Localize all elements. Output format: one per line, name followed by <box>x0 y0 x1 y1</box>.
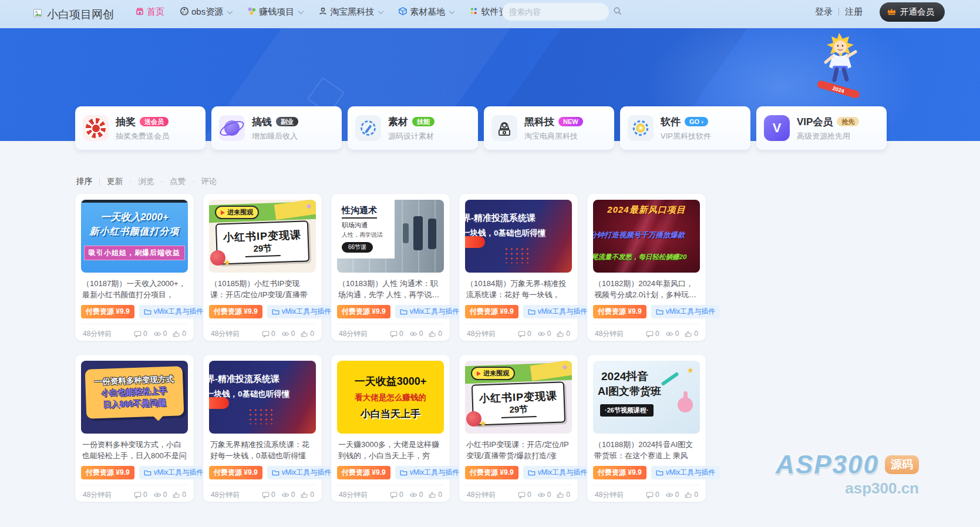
category-link[interactable]: vMix工具与插件 <box>267 466 336 479</box>
category-link[interactable]: vMix工具与插件 <box>395 305 464 318</box>
card-title[interactable]: （10184期）万象无界-精准投流系统课：花好 每一块钱，0… <box>466 278 571 300</box>
feature-badge: GO › <box>685 117 708 126</box>
feature-card-software[interactable]: 软件 GO › VIP黑科技软件 <box>620 106 750 150</box>
feature-badge: 技能 <box>412 117 435 126</box>
feature-badge: 副业 <box>276 117 298 126</box>
likes-count: 0 <box>557 491 570 499</box>
site-logo[interactable]: 小白项目网创 <box>33 7 114 22</box>
card-thumbnail[interactable]: 进来围观 小红书IP变现课 29节 ★◆ <box>209 200 316 273</box>
auth-divider <box>838 8 839 16</box>
chevron-down-icon <box>449 8 455 14</box>
price-badge: 付费资源 ¥9.9 <box>593 305 646 318</box>
views-count: 0 <box>281 491 295 499</box>
feature-card-make-money[interactable]: 搞钱 副业 增加睡后收入 <box>211 106 342 150</box>
card-thumbnail[interactable]: 进来围观 小红书IP变现课 29节 ★◆ <box>465 361 572 434</box>
vip-v-icon: V <box>764 115 790 141</box>
chevron-down-icon <box>378 8 384 14</box>
logo-text: 小白项目网创 <box>47 7 114 22</box>
feature-card-vip[interactable]: V VIP会员 抢先 高级资源抢先用 <box>756 106 887 150</box>
sort-option-update[interactable]: 更新 <box>107 176 123 187</box>
nav-item-material-base[interactable]: 素材基地 <box>398 6 454 18</box>
software-gear-icon <box>628 115 654 141</box>
category-link[interactable]: vMix工具与插件 <box>395 466 464 479</box>
category-link[interactable]: vMix工具与插件 <box>523 305 592 318</box>
search-box[interactable] <box>502 3 609 21</box>
crown-icon <box>887 7 897 18</box>
sparkle-icon: ◆ <box>307 202 311 210</box>
likes-count: 0 <box>429 491 442 499</box>
register-link[interactable]: 注册 <box>845 6 863 18</box>
category-link[interactable]: vMix工具与插件 <box>139 305 208 318</box>
mascot-skater-illustration: 2024 <box>813 32 865 103</box>
post-card[interactable]: 界-精准投流系统课 一块钱，0基础也听得懂 （10184期）万象无界-精准投流系… <box>459 194 578 341</box>
nav-item-obs[interactable]: obs资源 <box>180 6 232 18</box>
card-thumbnail[interactable]: 界-精准投流系统课 一块钱，0基础也听得懂 <box>209 361 316 434</box>
card-title[interactable]: （10188期）2024抖音AI图文带货班：在这个赛道上 乘风破… <box>594 439 699 461</box>
nav-item-taobao-tech[interactable]: 淘宝黑科技 <box>318 6 383 18</box>
open-vip-button[interactable]: 开通会员 <box>880 2 945 22</box>
card-title[interactable]: 小红书IP变现课：开店/定位/IP变现/直播带货/爆款打造/涨价… <box>466 439 571 461</box>
category-link[interactable]: vMix工具与插件 <box>267 305 336 318</box>
comments-count: 0 <box>518 491 531 499</box>
category-link[interactable]: vMix工具与插件 <box>651 305 720 318</box>
watermark-domain: asp300.cn <box>776 479 919 498</box>
feature-badge: 送会员 <box>140 117 169 126</box>
card-title[interactable]: （10182期）2024年新风口，视频号分成2.0计划，多种玩… <box>594 278 699 300</box>
price-badge: 付费资源 ¥9.9 <box>209 305 262 318</box>
sort-divider <box>99 178 100 186</box>
card-title[interactable]: （10187期）一天收入2000+，最新小红书颜值打分项目，吸… <box>82 278 187 300</box>
card-title[interactable]: （10183期）人性 沟通术：职场沟通，先学 人性，再学说… <box>338 278 443 300</box>
feature-card-black-tech[interactable]: 黑科技 NEW 淘宝电商黑科技 <box>484 106 614 150</box>
category-link[interactable]: vMix工具与插件 <box>651 466 720 479</box>
chevron-down-icon <box>298 8 304 14</box>
post-card[interactable]: 界-精准投流系统课 一块钱，0基础也听得懂 万象无界精准投流系统课：花好每一块钱… <box>203 355 322 502</box>
views-count: 0 <box>665 491 679 499</box>
post-card[interactable]: 2024抖音 AI图文带货班 ·26节视频课程· ★ （10188期）2024抖… <box>587 355 706 502</box>
feature-badge: 抢先 <box>837 117 859 126</box>
post-card[interactable]: 2024最新风口项目 分钟打造视频号千万播放爆款 尾流量不发愁，每日轻松躺赚20… <box>587 194 706 341</box>
post-card[interactable]: 进来围观 小红书IP变现课 29节 ★◆ 小红书IP变现课：开店/定位/IP变现… <box>459 355 578 502</box>
card-thumbnail[interactable]: 一天收益3000+ 看大佬是怎么赚钱的 小白当天上手 <box>337 361 444 434</box>
post-card[interactable]: 性沟通术 职场沟通 人性，再学说话 66节课 （10183期）人性 沟通术：职场… <box>331 194 450 341</box>
feature-card-lottery[interactable]: 抽奖 送会员 抽奖免费送会员 <box>75 106 206 150</box>
card-thumbnail[interactable]: 界-精准投流系统课 一块钱，0基础也听得懂 <box>465 200 572 273</box>
price-badge: 付费资源 ¥9.9 <box>81 305 134 318</box>
search-icon[interactable] <box>613 6 622 18</box>
post-card[interactable]: 进来围观 小红书IP变现课 29节 ★◆ （10185期）小红书IP变现课：开店… <box>203 194 322 341</box>
card-thumbnail[interactable]: 2024抖音 AI图文带货班 ·26节视频课程· ★ <box>593 361 700 434</box>
category-link[interactable]: vMix工具与插件 <box>523 466 592 479</box>
feature-card-material[interactable]: 素材 技能 源码设计素材 <box>348 106 478 150</box>
sort-option-comments[interactable]: 评论 <box>186 176 217 187</box>
comments-count: 0 <box>390 491 403 499</box>
views-count: 0 <box>153 330 167 338</box>
comments-count: 0 <box>262 330 275 338</box>
price-badge: 付费资源 ¥9.9 <box>337 305 390 318</box>
card-thumbnail[interactable]: 一天收入2000+ 新小红书颜值打分项 吸引小姐姐，刷爆后端收益 <box>81 200 188 273</box>
post-card[interactable]: 一天收益3000+ 看大佬是怎么赚钱的 小白当天上手 一天赚3000多，大佬是这… <box>331 355 450 502</box>
post-card[interactable]: 一份资料多种变现方式 小白也能轻松上手 日入800不是问题 一份资料多种变现方式… <box>75 355 194 502</box>
star-icon: ★ <box>479 418 487 429</box>
card-title[interactable]: 万象无界精准投流系统课：花好每一块钱，0基础也听得懂（… <box>210 439 315 461</box>
post-time: 48分钟前 <box>467 490 496 500</box>
likes-count: 0 <box>557 330 570 338</box>
card-thumbnail[interactable]: 一份资料多种变现方式 小白也能轻松上手 日入800不是问题 <box>81 361 188 434</box>
comments-count: 0 <box>518 330 531 338</box>
sort-option-likes[interactable]: 点赞 <box>154 176 186 187</box>
nav-item-money-projects[interactable]: 赚钱项目 <box>247 6 303 18</box>
card-thumbnail[interactable]: 2024最新风口项目 分钟打造视频号千万播放爆款 尾流量不发愁，每日轻松躺赚20 <box>593 200 700 273</box>
search-input[interactable] <box>509 8 613 16</box>
hand-illustration <box>678 397 693 412</box>
category-link[interactable]: vMix工具与插件 <box>139 466 208 479</box>
card-title[interactable]: 一天赚3000多，大佬是这样赚到钱的，小白当天上手，穷人… <box>338 439 443 461</box>
login-link[interactable]: 登录 <box>815 6 833 18</box>
feature-badge: NEW <box>558 117 583 126</box>
price-badge: 付费资源 ¥9.9 <box>81 466 134 479</box>
nav-item-home[interactable]: 首页 <box>135 6 164 18</box>
views-count: 0 <box>281 330 295 338</box>
card-title[interactable]: （10185期）小红书IP变现课：开店/定位/IP变现/直播带货/… <box>210 278 315 300</box>
card-thumbnail[interactable]: 性沟通术 职场沟通 人性，再学说话 66节课 <box>337 200 444 273</box>
sort-option-views[interactable]: 浏览 <box>123 176 154 187</box>
auth-links: 登录 注册 <box>815 0 863 24</box>
card-title[interactable]: 一份资料多种变现方式，小白也能轻松上手，日入800不是问题 <box>82 439 187 461</box>
post-card[interactable]: 一天收入2000+ 新小红书颜值打分项 吸引小姐姐，刷爆后端收益 （10187期… <box>75 194 194 341</box>
